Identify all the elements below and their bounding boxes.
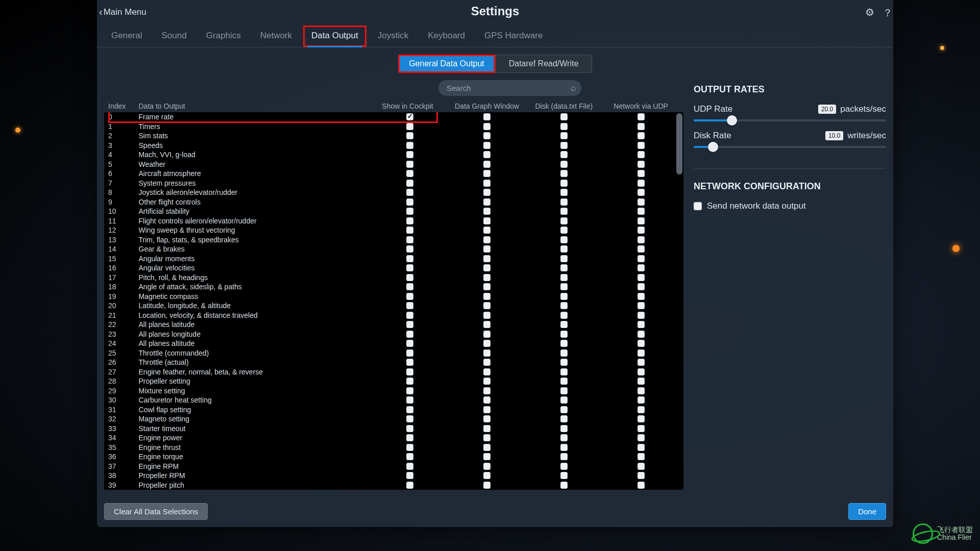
- checkbox-cockpit[interactable]: [406, 123, 413, 130]
- disk-rate-value[interactable]: 10.0: [825, 131, 843, 140]
- tab-joystick[interactable]: Joystick: [370, 26, 416, 47]
- checkbox-graph[interactable]: [483, 302, 491, 309]
- checkbox-cockpit[interactable]: [406, 161, 413, 168]
- checkbox-cockpit[interactable]: [406, 236, 413, 243]
- checkbox-disk[interactable]: [560, 180, 568, 187]
- checkbox-network[interactable]: [638, 359, 645, 366]
- checkbox-graph[interactable]: [483, 132, 491, 139]
- checkbox-cockpit[interactable]: [406, 274, 413, 281]
- send-network-row[interactable]: Send network data output: [694, 201, 886, 211]
- checkbox-cockpit[interactable]: [406, 217, 413, 224]
- checkbox-disk[interactable]: [560, 331, 568, 338]
- search-icon[interactable]: ⌕: [571, 83, 576, 93]
- checkbox-disk[interactable]: [560, 264, 568, 271]
- checkbox-graph[interactable]: [483, 349, 491, 357]
- checkbox-graph[interactable]: [483, 406, 491, 413]
- done-button[interactable]: Done: [848, 503, 886, 520]
- checkbox-graph[interactable]: [483, 198, 491, 206]
- checkbox-cockpit[interactable]: [406, 378, 413, 385]
- checkbox-disk[interactable]: [560, 151, 568, 158]
- checkbox-network[interactable]: [638, 453, 645, 460]
- checkbox-disk[interactable]: [560, 123, 568, 130]
- checkbox-network[interactable]: [638, 378, 645, 385]
- checkbox-network[interactable]: [638, 189, 645, 196]
- tab-data-output[interactable]: Data Output: [303, 26, 366, 47]
- checkbox-network[interactable]: [638, 482, 645, 489]
- checkbox-network[interactable]: [638, 198, 645, 206]
- checkbox-disk[interactable]: [560, 283, 568, 290]
- checkbox-graph[interactable]: [483, 396, 491, 404]
- tab-general[interactable]: General: [103, 26, 150, 47]
- udp-rate-slider[interactable]: [694, 119, 886, 121]
- checkbox-cockpit[interactable]: [406, 180, 413, 187]
- checkbox-disk[interactable]: [560, 453, 568, 460]
- checkbox-network[interactable]: [638, 331, 645, 338]
- checkbox-cockpit[interactable]: [406, 349, 413, 357]
- checkbox-cockpit[interactable]: [406, 113, 413, 120]
- checkbox-cockpit[interactable]: [406, 406, 413, 413]
- checkbox-network[interactable]: [638, 217, 645, 224]
- checkbox-network[interactable]: [638, 227, 645, 234]
- checkbox-graph[interactable]: [483, 264, 491, 271]
- help-icon[interactable]: ？: [883, 6, 893, 20]
- checkbox-disk[interactable]: [560, 349, 568, 357]
- checkbox-disk[interactable]: [560, 132, 568, 139]
- checkbox-graph[interactable]: [483, 123, 491, 130]
- checkbox-disk[interactable]: [560, 406, 568, 413]
- checkbox-graph[interactable]: [483, 482, 491, 489]
- checkbox-network[interactable]: [638, 283, 645, 290]
- checkbox-disk[interactable]: [560, 425, 568, 432]
- checkbox-cockpit[interactable]: [406, 340, 413, 347]
- tab-keyboard[interactable]: Keyboard: [420, 26, 473, 47]
- udp-rate-value[interactable]: 20.0: [818, 105, 836, 114]
- checkbox-disk[interactable]: [560, 340, 568, 347]
- checkbox-cockpit[interactable]: [406, 312, 413, 319]
- checkbox-cockpit[interactable]: [406, 293, 413, 300]
- checkbox-graph[interactable]: [483, 151, 491, 158]
- checkbox-graph[interactable]: [483, 227, 491, 234]
- search-input[interactable]: [438, 80, 581, 96]
- checkbox-cockpit[interactable]: [406, 302, 413, 309]
- checkbox-network[interactable]: [638, 406, 645, 413]
- checkbox-network[interactable]: [638, 368, 645, 375]
- checkbox-disk[interactable]: [560, 415, 568, 422]
- checkbox-network[interactable]: [638, 161, 645, 168]
- checkbox-cockpit[interactable]: [406, 283, 413, 290]
- checkbox-cockpit[interactable]: [406, 463, 413, 470]
- checkbox-disk[interactable]: [560, 217, 568, 224]
- disk-slider-thumb[interactable]: [708, 142, 718, 152]
- checkbox-graph[interactable]: [483, 453, 491, 460]
- checkbox-disk[interactable]: [560, 444, 568, 451]
- checkbox-network[interactable]: [638, 274, 645, 281]
- checkbox-disk[interactable]: [560, 189, 568, 196]
- checkbox-disk[interactable]: [560, 208, 568, 215]
- checkbox-disk[interactable]: [560, 274, 568, 281]
- checkbox-disk[interactable]: [560, 378, 568, 385]
- checkbox-network[interactable]: [638, 208, 645, 215]
- subtab-general-data-output[interactable]: General Data Output: [398, 55, 495, 73]
- checkbox-disk[interactable]: [560, 245, 568, 253]
- checkbox-graph[interactable]: [483, 274, 491, 281]
- checkbox-network[interactable]: [638, 340, 645, 347]
- checkbox-disk[interactable]: [560, 255, 568, 262]
- checkbox-disk[interactable]: [560, 321, 568, 328]
- checkbox-graph[interactable]: [483, 283, 491, 290]
- checkbox-network[interactable]: [638, 312, 645, 319]
- checkbox-disk[interactable]: [560, 198, 568, 206]
- tab-graphics[interactable]: Graphics: [198, 26, 249, 47]
- checkbox-network[interactable]: [638, 349, 645, 357]
- checkbox-graph[interactable]: [483, 293, 491, 300]
- checkbox-network[interactable]: [638, 302, 645, 309]
- checkbox-cockpit[interactable]: [406, 151, 413, 158]
- udp-slider-thumb[interactable]: [727, 115, 737, 126]
- checkbox-cockpit[interactable]: [406, 170, 413, 177]
- checkbox-disk[interactable]: [560, 387, 568, 394]
- checkbox-cockpit[interactable]: [406, 142, 413, 149]
- tab-gps-hardware[interactable]: GPS Hardware: [476, 26, 551, 47]
- checkbox-disk[interactable]: [560, 359, 568, 366]
- checkbox-network[interactable]: [638, 415, 645, 422]
- checkbox-network[interactable]: [638, 472, 645, 479]
- checkbox-graph[interactable]: [483, 312, 491, 319]
- checkbox-graph[interactable]: [483, 368, 491, 375]
- checkbox-network[interactable]: [638, 264, 645, 271]
